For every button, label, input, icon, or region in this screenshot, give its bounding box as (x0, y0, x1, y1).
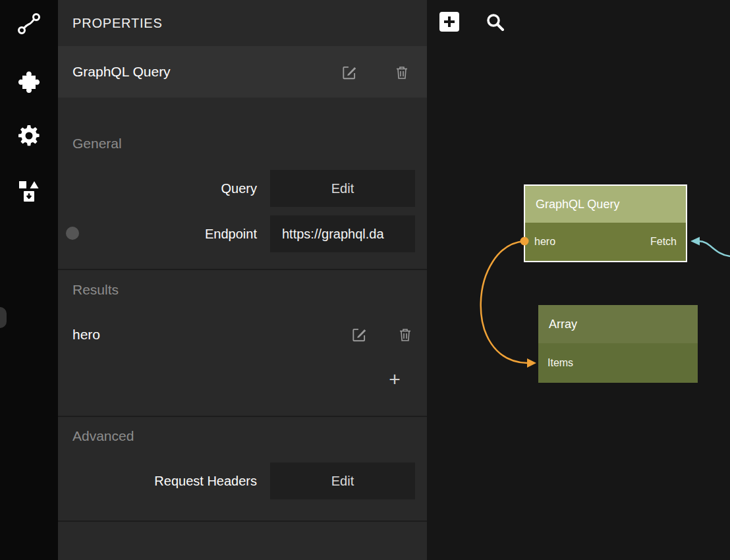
divider (58, 520, 427, 522)
properties-panel: PROPERTIES GraphQL Query General Query E… (58, 0, 427, 560)
node-title[interactable]: GraphQL Query (525, 186, 686, 223)
connection-orange[interactable] (481, 241, 527, 363)
request-headers-edit-button[interactable]: Edit (270, 462, 415, 499)
plugins-icon[interactable] (16, 69, 42, 98)
section-results: Results (72, 282, 119, 298)
settings-icon[interactable] (16, 123, 42, 152)
query-edit-button[interactable]: Edit (270, 170, 415, 207)
trash-icon[interactable] (397, 327, 414, 344)
divider (58, 269, 427, 270)
request-headers-row: Request Headers Edit (58, 462, 427, 499)
left-toolbar (0, 0, 58, 560)
app-window: { "sidebar": { "items": [ { "icon": "nod… (0, 0, 730, 560)
endpoint-row: Endpoint (58, 215, 427, 252)
query-label: Query (58, 170, 257, 207)
endpoint-input[interactable] (270, 215, 415, 252)
port-hero[interactable]: hero (534, 236, 555, 248)
selected-node-row[interactable]: GraphQL Query (58, 46, 427, 98)
node-canvas[interactable]: GraphQL Query hero Fetch Array Items (427, 0, 730, 560)
node-port-row: Items (538, 343, 698, 383)
edit-icon[interactable] (341, 64, 358, 81)
connection-orange-arrowhead (527, 358, 536, 368)
node-port-row: hero Fetch (525, 223, 686, 261)
port-fetch[interactable]: Fetch (650, 236, 677, 248)
add-result-button[interactable]: + (384, 368, 405, 391)
request-headers-label: Request Headers (58, 462, 257, 499)
add-node-icon[interactable] (439, 11, 460, 35)
node-graphql-query[interactable]: GraphQL Query hero Fetch (524, 184, 687, 262)
divider (58, 416, 427, 417)
endpoint-label: Endpoint (58, 215, 257, 252)
connection-cyan-arrowhead (690, 237, 700, 246)
section-general: General (72, 136, 122, 152)
connections-layer (427, 0, 730, 560)
section-advanced: Advanced (72, 428, 134, 444)
node-title[interactable]: Array (538, 305, 698, 343)
result-item-hero[interactable]: hero (72, 316, 100, 353)
selected-node-title: GraphQL Query (72, 64, 171, 80)
panel-collapse-handle[interactable] (0, 307, 7, 328)
port-items[interactable]: Items (548, 357, 573, 369)
edit-icon[interactable] (351, 326, 368, 343)
trash-icon[interactable] (394, 65, 411, 82)
nodes-icon[interactable] (16, 11, 42, 40)
query-row: Query Edit (58, 170, 427, 207)
node-array[interactable]: Array Items (538, 305, 698, 383)
components-icon[interactable] (16, 178, 42, 207)
panel-title: PROPERTIES (58, 0, 427, 46)
connection-cyan[interactable] (699, 241, 730, 256)
search-icon[interactable] (485, 12, 506, 36)
